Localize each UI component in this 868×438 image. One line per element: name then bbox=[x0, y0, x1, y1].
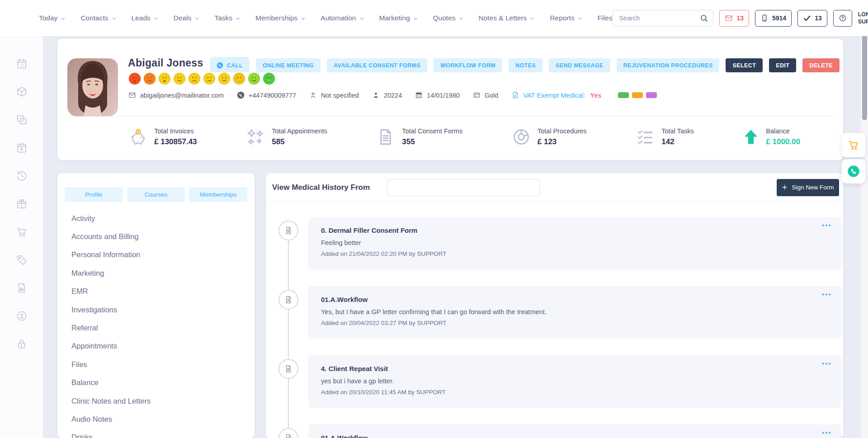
gift-icon[interactable] bbox=[16, 198, 28, 210]
button-label: REJUVENATION PROCEDURES bbox=[623, 62, 713, 69]
menu-item-investigations[interactable]: Investigations bbox=[71, 301, 250, 319]
entry-title: 4. Client Repeat Visit bbox=[321, 365, 829, 372]
delete-button[interactable]: DELETE bbox=[802, 58, 840, 72]
sms-credits-badge[interactable]: 5914 bbox=[755, 10, 792, 27]
stat-total-procedures: Total Procedures£ 123 bbox=[512, 127, 587, 146]
header-badges: 13591413 bbox=[719, 10, 852, 27]
copy-icon[interactable] bbox=[16, 114, 28, 126]
tab-profile[interactable]: Profile bbox=[65, 187, 123, 202]
rejuvenation-procedures-button[interactable]: REJUVENATION PROCEDURES bbox=[617, 58, 720, 72]
menu-item-marketing[interactable]: Marketing bbox=[71, 264, 250, 282]
calendar-download-icon[interactable] bbox=[16, 142, 28, 154]
menu-item-files[interactable]: Files bbox=[71, 355, 250, 373]
timeline-node-icon bbox=[278, 428, 298, 438]
mood-6-icon[interactable] bbox=[203, 72, 216, 85]
history-icon[interactable] bbox=[16, 170, 28, 182]
more-options-icon[interactable] bbox=[821, 431, 831, 435]
more-options-icon[interactable] bbox=[821, 292, 831, 297]
mood-1-icon[interactable] bbox=[128, 72, 141, 85]
report-chart-icon[interactable] bbox=[16, 282, 28, 294]
nav-item-contacts[interactable]: Contacts bbox=[80, 14, 116, 22]
nav-item-files[interactable]: Files bbox=[598, 14, 613, 22]
nav-label: Memberships bbox=[255, 14, 297, 22]
label-chip[interactable] bbox=[646, 92, 657, 98]
nav-item-deals[interactable]: Deals bbox=[174, 14, 200, 22]
timeline-entry[interactable]: 0. Dermal Filler Consent FormFeeling bet… bbox=[308, 217, 841, 269]
mood-4-icon[interactable] bbox=[173, 72, 186, 85]
notes-button[interactable]: NOTES bbox=[509, 58, 542, 72]
edit-button[interactable]: EDIT bbox=[769, 58, 796, 72]
mood-7-icon[interactable] bbox=[218, 72, 231, 85]
more-options-icon[interactable] bbox=[821, 223, 831, 227]
nav-item-reports[interactable]: Reports bbox=[550, 14, 582, 22]
plus-icon bbox=[782, 184, 788, 190]
nav-label: Leads bbox=[132, 14, 151, 22]
tab-courses[interactable]: Courses bbox=[127, 187, 185, 202]
stat-label: Balance bbox=[766, 127, 800, 135]
select-button[interactable]: SELECT bbox=[726, 58, 763, 72]
menu-item-balance[interactable]: Balance bbox=[71, 374, 250, 392]
price-tag-icon[interactable] bbox=[16, 254, 28, 266]
timeline-entry[interactable]: 4. Client Repeat Visityes but i have a g… bbox=[308, 355, 841, 408]
scrollbar-thumb[interactable] bbox=[862, 32, 867, 120]
nav-item-today[interactable]: Today bbox=[39, 14, 66, 22]
nav-item-quotes[interactable]: Quotes bbox=[433, 14, 464, 22]
package-icon[interactable] bbox=[16, 86, 28, 98]
call-shortcut-button[interactable] bbox=[842, 159, 865, 184]
cart-shortcut-button[interactable] bbox=[842, 133, 865, 157]
calendar-icon bbox=[415, 91, 423, 99]
menu-item-referral[interactable]: Referral bbox=[71, 319, 250, 337]
more-options-icon[interactable] bbox=[821, 362, 831, 366]
help-badge[interactable] bbox=[833, 10, 852, 27]
label-chip[interactable] bbox=[618, 92, 629, 98]
calendar-date-icon[interactable]: 12 bbox=[16, 58, 28, 70]
mood-8-icon[interactable] bbox=[233, 72, 245, 85]
nav-item-leads[interactable]: Leads bbox=[132, 14, 159, 22]
cart-icon[interactable] bbox=[16, 226, 28, 238]
menu-item-accounts-and-billing[interactable]: Accounts and Billing bbox=[71, 227, 250, 245]
user-clock-icon[interactable] bbox=[16, 310, 28, 322]
menu-item-drinks[interactable]: Drinks bbox=[71, 429, 250, 438]
search-icon[interactable] bbox=[700, 14, 708, 23]
menu-item-activity[interactable]: Activity bbox=[71, 209, 250, 227]
nav-label: Contacts bbox=[80, 14, 108, 22]
sign-new-form-button[interactable]: Sign New Form bbox=[777, 179, 839, 196]
menu-item-appointments[interactable]: Appointments bbox=[71, 337, 250, 355]
stat-value: 142 bbox=[661, 137, 693, 146]
mood-5-icon[interactable] bbox=[188, 72, 201, 85]
nav-label: Automation bbox=[321, 14, 356, 22]
doc-lines-icon bbox=[284, 226, 293, 235]
medical-history-title: View Medical History From bbox=[272, 183, 370, 192]
entry-body: Feeling better bbox=[321, 239, 829, 246]
nav-item-automation[interactable]: Automation bbox=[321, 14, 364, 22]
menu-item-personal-information[interactable]: Personal Information bbox=[71, 246, 250, 264]
mood-2-icon[interactable] bbox=[143, 72, 156, 85]
nav-item-notes-letters[interactable]: Notes & Letters bbox=[479, 14, 535, 22]
scrollbar-track[interactable] bbox=[860, 0, 868, 438]
label-chip[interactable] bbox=[632, 92, 643, 98]
send-message-button[interactable]: SEND MESSAGE bbox=[549, 58, 610, 72]
profile-photo[interactable] bbox=[67, 58, 118, 116]
online-meeting-button[interactable]: ONLINE MEETING bbox=[256, 58, 321, 72]
messages-badge[interactable]: 13 bbox=[719, 10, 749, 27]
tab-memberships[interactable]: Memberships bbox=[189, 187, 247, 202]
timeline-entry[interactable]: 01.A.Workflow bbox=[308, 424, 841, 438]
lock-icon[interactable] bbox=[16, 338, 28, 350]
available-consent-forms-button[interactable]: AVAILABLE CONSENT FORMS bbox=[327, 58, 427, 72]
mood-10-icon[interactable] bbox=[263, 72, 275, 85]
tasks-badge[interactable]: 13 bbox=[797, 10, 827, 27]
menu-item-clinic-notes-and-letters[interactable]: Clinic Notes and Letters bbox=[71, 392, 250, 410]
timeline-entry[interactable]: 01.A.WorkflowYes, but I have a GP letter… bbox=[308, 286, 841, 339]
mood-3-icon[interactable] bbox=[158, 72, 171, 85]
search-input[interactable] bbox=[619, 14, 700, 22]
mobile-icon bbox=[760, 14, 769, 22]
menu-item-audio-notes[interactable]: Audio Notes bbox=[71, 410, 250, 428]
medical-history-date-input[interactable] bbox=[387, 179, 540, 196]
nav-item-marketing[interactable]: Marketing bbox=[379, 14, 418, 22]
workflow-form-button[interactable]: WORKFLOW FORM bbox=[434, 58, 502, 72]
menu-item-emr[interactable]: EMR bbox=[71, 283, 250, 301]
call-button[interactable]: CALL bbox=[210, 58, 250, 72]
nav-item-tasks[interactable]: Tasks bbox=[214, 14, 241, 22]
nav-item-memberships[interactable]: Memberships bbox=[255, 14, 306, 22]
mood-9-icon[interactable] bbox=[248, 72, 260, 85]
